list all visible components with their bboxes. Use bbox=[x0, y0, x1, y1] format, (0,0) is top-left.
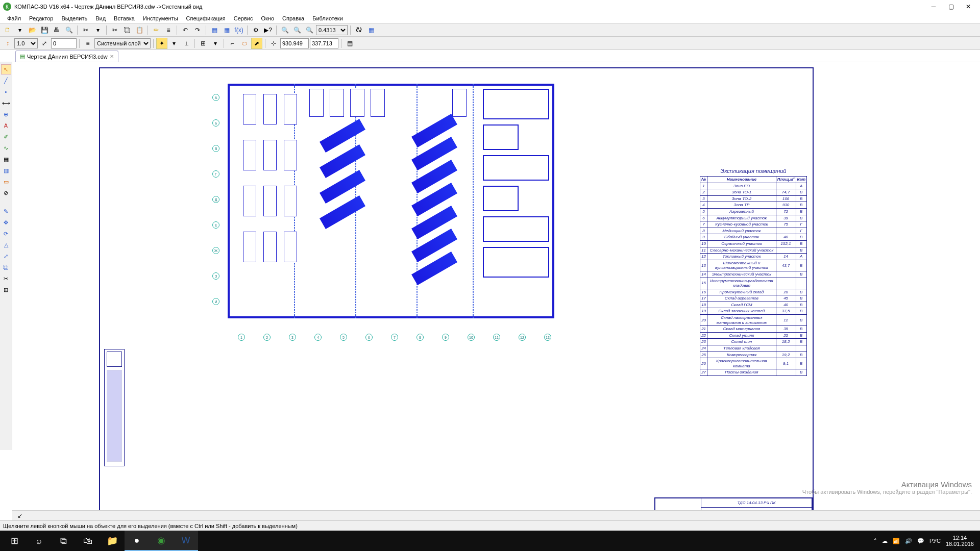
menu-spec[interactable]: Спецификация bbox=[182, 14, 230, 22]
print-button[interactable]: 🖶 bbox=[51, 24, 62, 36]
taskview-button[interactable]: ⧉ bbox=[51, 531, 76, 551]
menu-view[interactable]: Вид bbox=[91, 14, 110, 22]
hatch-tool[interactable]: ▦ bbox=[1, 154, 11, 164]
layer-select[interactable]: Системный слой (0) bbox=[94, 38, 151, 48]
menu-select[interactable]: Выделить bbox=[57, 14, 91, 22]
system-tray[interactable]: ˄ ☁ 📶 🔊 💬 РУС 12:14 18.01.2016 bbox=[870, 535, 978, 547]
undo-button[interactable]: ↶ bbox=[180, 24, 191, 36]
construction-tool[interactable]: ⊕ bbox=[1, 109, 11, 119]
spline-tool[interactable]: ∿ bbox=[1, 143, 11, 153]
table-row: 1Зона ЕОА bbox=[700, 183, 807, 189]
mirror-tool[interactable]: △ bbox=[1, 240, 11, 250]
lib2-button[interactable]: ▦ bbox=[221, 24, 232, 36]
dimension-tool[interactable]: ⟷ bbox=[1, 98, 11, 108]
tray-onedrive-icon[interactable]: ☁ bbox=[882, 538, 888, 544]
step-icon[interactable]: ⤢ bbox=[39, 38, 50, 49]
cut-button[interactable]: ✂ bbox=[80, 24, 91, 36]
lib1-button[interactable]: ▦ bbox=[209, 24, 220, 36]
dim-button[interactable]: ⟂ bbox=[181, 38, 192, 49]
doc-tab-close-icon[interactable]: ✕ bbox=[110, 54, 114, 59]
vars-button[interactable]: ⚙ bbox=[250, 24, 261, 36]
tray-clock[interactable]: 12:14 18.01.2016 bbox=[946, 535, 974, 547]
render-button[interactable]: ▦ bbox=[365, 24, 377, 36]
round-button[interactable]: ⬭ bbox=[239, 38, 250, 49]
coord-x-input[interactable] bbox=[280, 38, 309, 48]
point-tool[interactable]: • bbox=[1, 87, 11, 97]
zoom-window-button[interactable]: 🔍 bbox=[279, 24, 290, 36]
fx-button[interactable]: f(x) bbox=[233, 24, 244, 36]
tray-sound-icon[interactable]: 🔊 bbox=[905, 538, 912, 544]
scale-select[interactable]: 1.0 bbox=[14, 38, 38, 48]
explorer-button[interactable]: 📁 bbox=[100, 531, 125, 551]
word-button[interactable]: W bbox=[174, 531, 198, 551]
chrome-button[interactable]: ● bbox=[125, 531, 149, 551]
line-tool[interactable]: ╱ bbox=[1, 76, 11, 86]
menu-insert[interactable]: Вставка bbox=[110, 14, 139, 22]
menu-service[interactable]: Сервис bbox=[230, 14, 257, 22]
grid-dd[interactable]: ▾ bbox=[210, 38, 221, 49]
snap-button[interactable]: ✦ bbox=[156, 38, 167, 49]
menu-window[interactable]: Окно bbox=[257, 14, 278, 22]
menu-help[interactable]: Справка bbox=[278, 14, 308, 22]
zoom-select[interactable]: 0.4313 bbox=[316, 25, 348, 35]
kompas-task-button[interactable]: ◉ bbox=[149, 531, 174, 551]
bom-button[interactable]: ≡ bbox=[163, 24, 174, 36]
redo-button[interactable]: ↷ bbox=[192, 24, 203, 36]
prop-button[interactable]: ✏ bbox=[151, 24, 162, 36]
search-button[interactable]: ⌕ bbox=[27, 531, 51, 551]
text-tool[interactable]: A bbox=[1, 120, 11, 131]
menu-libs[interactable]: Библиотеки bbox=[308, 14, 347, 22]
move-tool[interactable]: ✥ bbox=[1, 217, 11, 228]
refresh-button[interactable]: 🗘 bbox=[353, 24, 364, 36]
zoom-fit-button[interactable]: 🔍 bbox=[304, 24, 315, 36]
sketch-tool[interactable]: ✐ bbox=[1, 132, 11, 142]
step-input[interactable] bbox=[51, 38, 77, 48]
close-button[interactable]: ✕ bbox=[960, 0, 977, 13]
copy-button[interactable]: ⿻ bbox=[121, 24, 133, 36]
menu-file[interactable]: Файл bbox=[3, 14, 25, 22]
menu-tools[interactable]: Инструменты bbox=[139, 14, 182, 22]
scale-tool[interactable]: ⤢ bbox=[1, 251, 11, 261]
misc-button[interactable]: ▤ bbox=[344, 38, 355, 49]
coord-y-input[interactable] bbox=[310, 38, 338, 48]
table-tool[interactable]: ▥ bbox=[1, 165, 11, 176]
view-tool[interactable]: ▭ bbox=[1, 177, 11, 187]
start-button[interactable]: ⊞ bbox=[2, 531, 27, 551]
maximize-button[interactable]: ▢ bbox=[942, 0, 960, 13]
prop-arrow-icon[interactable]: ↙ bbox=[14, 510, 26, 521]
paste-button[interactable]: 📋 bbox=[134, 24, 145, 36]
ortho-button[interactable]: ⌐ bbox=[227, 38, 238, 49]
select-tool[interactable]: ↖ bbox=[1, 64, 11, 74]
new-dropdown[interactable]: ▾ bbox=[14, 24, 26, 36]
copy-tool[interactable]: ⿻ bbox=[1, 262, 11, 272]
save-button[interactable]: 💾 bbox=[39, 24, 50, 36]
scale-icon[interactable]: ↕ bbox=[2, 38, 13, 49]
minimize-button[interactable]: ─ bbox=[925, 0, 942, 13]
table-row: 27Посты ожиданияВ bbox=[700, 369, 807, 376]
cut2-button[interactable]: ✂ bbox=[109, 24, 120, 36]
open-button[interactable]: 📂 bbox=[27, 24, 38, 36]
zoom-dyn-button[interactable]: 🔍 bbox=[291, 24, 303, 36]
help-cursor-button[interactable]: ▶? bbox=[262, 24, 274, 36]
edit-tool[interactable]: ✎ bbox=[1, 206, 11, 216]
param-tool[interactable]: ⊞ bbox=[1, 285, 11, 295]
trim-tool[interactable]: ✂ bbox=[1, 273, 11, 284]
layer-icon[interactable]: ≡ bbox=[82, 38, 93, 49]
rotate-tool[interactable]: ⟳ bbox=[1, 229, 11, 239]
symbol-tool[interactable]: ⊘ bbox=[1, 188, 11, 198]
store-button[interactable]: 🛍 bbox=[76, 531, 100, 551]
tray-notif-icon[interactable]: 💬 bbox=[917, 538, 924, 544]
tray-lang[interactable]: РУС bbox=[929, 538, 941, 544]
localcs-button[interactable]: ⬈ bbox=[251, 38, 262, 49]
table-row: 10Окрасочный участок152,1В bbox=[700, 240, 807, 247]
tray-up-icon[interactable]: ˄ bbox=[874, 538, 877, 544]
grid-button[interactable]: ⊞ bbox=[198, 38, 209, 49]
snap-dd[interactable]: ▾ bbox=[168, 38, 180, 49]
new-button[interactable]: 🗋 bbox=[2, 24, 13, 36]
preview-button[interactable]: 🔍 bbox=[63, 24, 75, 36]
tray-network-icon[interactable]: 📶 bbox=[893, 538, 900, 544]
document-tab[interactable]: ▤ Чертеж ДАниил ВЕРСИЯ3.cdw ✕ bbox=[15, 51, 118, 62]
canvas-area[interactable]: А Б В Г Д Е Ж З И 1 2 3 4 5 6 7 8 9 10 1… bbox=[12, 62, 980, 531]
copy-dropdown[interactable]: ▾ bbox=[92, 24, 104, 36]
menu-edit[interactable]: Редактор bbox=[25, 14, 57, 22]
